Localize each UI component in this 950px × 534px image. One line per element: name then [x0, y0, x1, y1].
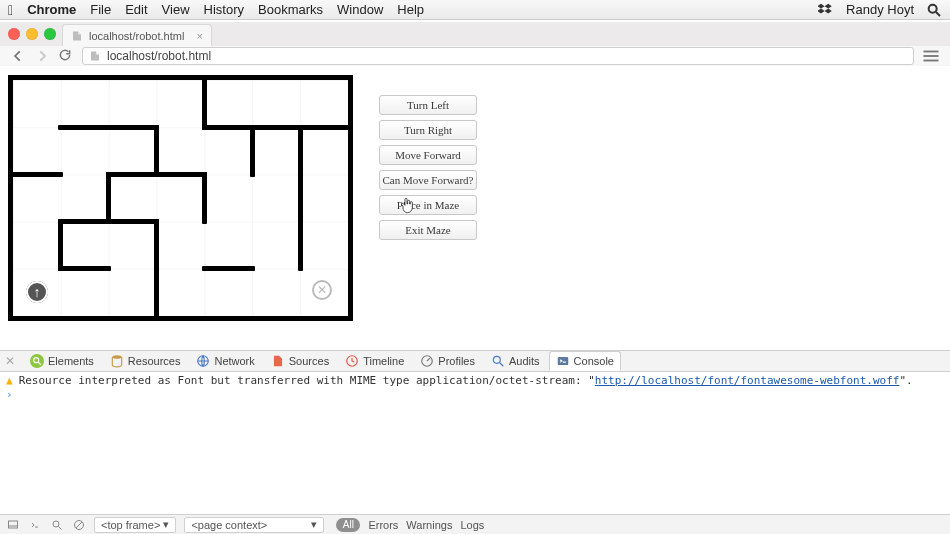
svg-line-17 [59, 526, 62, 529]
frame-selector[interactable]: <top frame> ▾ [94, 517, 176, 533]
svg-point-0 [929, 4, 937, 12]
svg-point-16 [53, 521, 59, 527]
console-toggle-icon[interactable] [28, 518, 42, 532]
filter-warnings-button[interactable]: Warnings [406, 519, 452, 531]
forward-button[interactable] [34, 48, 50, 64]
maze-wall [250, 125, 255, 177]
tabstrip: localhost/robot.html × [62, 24, 212, 46]
devtools-panel: ✕ Elements Resources Network Sources [0, 350, 950, 534]
dock-icon[interactable] [6, 518, 20, 532]
filter-all-button[interactable]: All [336, 518, 360, 532]
back-button[interactable] [10, 48, 26, 64]
maze-wall [298, 125, 303, 224]
page-content: ↑ ✕ Turn Left Turn Right Move Forward Ca… [0, 66, 950, 350]
maze-wall [11, 172, 64, 177]
page-icon [89, 50, 101, 62]
browser-toolbar: localhost/robot.html [0, 46, 950, 66]
window-close-button[interactable] [8, 28, 20, 40]
audits-icon [491, 354, 505, 368]
tab-title: localhost/robot.html [89, 30, 184, 42]
move-forward-button[interactable]: Move Forward [379, 145, 477, 165]
spotlight-icon[interactable] [926, 2, 942, 18]
svg-rect-13 [557, 357, 568, 365]
menu-edit[interactable]: Edit [125, 2, 147, 17]
gauge-icon [420, 354, 434, 368]
svg-line-19 [76, 522, 82, 528]
search-icon [30, 354, 44, 368]
maze-wall [298, 219, 303, 271]
devtools-tab-network[interactable]: Network [189, 351, 261, 371]
app-name[interactable]: Chrome [27, 2, 76, 17]
context-selector[interactable]: <page context> ▾ [184, 517, 324, 533]
database-icon [110, 354, 124, 368]
controls-panel: Turn Left Turn Right Move Forward Can Mo… [379, 75, 477, 240]
can-move-forward-button[interactable]: Can Move Forward? [379, 170, 477, 190]
window-zoom-button[interactable] [44, 28, 56, 40]
warning-icon: ▲ [6, 374, 13, 388]
console-warning-line: ▲ Resource interpreted as Font but trans… [6, 374, 944, 388]
menu-file[interactable]: File [90, 2, 111, 17]
chrome-menu-icon[interactable] [922, 49, 940, 63]
apple-icon[interactable]:  [8, 2, 13, 18]
svg-point-11 [493, 356, 500, 363]
svg-line-12 [500, 363, 504, 367]
devtools-tab-audits[interactable]: Audits [484, 351, 547, 371]
chrome-window: localhost/robot.html × localhost/robot.h… [0, 22, 950, 66]
maze-wall [58, 125, 159, 130]
reload-button[interactable] [58, 48, 74, 64]
console-output[interactable]: ▲ Resource interpreted as Font but trans… [0, 372, 950, 514]
window-controls [8, 28, 56, 40]
svg-rect-14 [9, 521, 18, 528]
user-name[interactable]: Randy Hoyt [846, 2, 914, 17]
dropbox-icon[interactable] [818, 2, 834, 18]
tab-close-icon[interactable]: × [197, 30, 203, 42]
warning-url-link[interactable]: http://localhost/font/fontawesome-webfon… [595, 374, 900, 387]
clock-icon [345, 354, 359, 368]
maze-wall [202, 78, 207, 130]
devtools-close-icon[interactable]: ✕ [3, 354, 17, 368]
maze-wall [202, 266, 255, 271]
globe-icon [196, 354, 210, 368]
svg-line-1 [936, 12, 940, 16]
console-prompt[interactable]: › [6, 388, 944, 402]
window-minimize-button[interactable] [26, 28, 38, 40]
menu-window[interactable]: Window [337, 2, 383, 17]
maze-wall [154, 219, 159, 318]
inspect-icon[interactable] [50, 518, 64, 532]
devtools-tab-console[interactable]: Console [549, 351, 621, 371]
console-icon [556, 354, 570, 368]
maze-wall [58, 266, 111, 271]
devtools-tab-elements[interactable]: Elements [23, 351, 101, 371]
exit-maze-button[interactable]: Exit Maze [379, 220, 477, 240]
filter-errors-button[interactable]: Errors [368, 519, 398, 531]
prompt-icon: › [6, 388, 13, 402]
maze-wall [202, 125, 255, 130]
menu-bookmarks[interactable]: Bookmarks [258, 2, 323, 17]
warning-text: Resource interpreted as Font but transfe… [19, 374, 595, 387]
menu-view[interactable]: View [162, 2, 190, 17]
address-bar[interactable]: localhost/robot.html [82, 47, 914, 65]
menu-history[interactable]: History [204, 2, 244, 17]
devtools-tab-sources[interactable]: Sources [264, 351, 336, 371]
devtools-tab-timeline[interactable]: Timeline [338, 351, 411, 371]
filter-logs-button[interactable]: Logs [460, 519, 484, 531]
document-icon [271, 354, 285, 368]
menu-help[interactable]: Help [397, 2, 424, 17]
browser-tab[interactable]: localhost/robot.html × [62, 24, 212, 46]
devtools-tab-resources[interactable]: Resources [103, 351, 188, 371]
maze-wall [58, 219, 63, 271]
devtools-statusbar: <top frame> ▾ <page context> ▾ All Error… [0, 514, 950, 534]
place-in-maze-button[interactable]: Place in Maze [379, 195, 477, 215]
maze-wall [202, 172, 207, 224]
svg-point-7 [112, 355, 121, 359]
clear-console-icon[interactable] [72, 518, 86, 532]
maze-canvas: ↑ ✕ [8, 75, 353, 321]
page-icon [71, 30, 83, 42]
url-text: localhost/robot.html [107, 49, 211, 63]
maze-wall [154, 125, 159, 177]
devtools-tabstrip: ✕ Elements Resources Network Sources [0, 350, 950, 372]
turn-left-button[interactable]: Turn Left [379, 95, 477, 115]
mac-menubar:  Chrome File Edit View History Bookmark… [0, 0, 950, 20]
turn-right-button[interactable]: Turn Right [379, 120, 477, 140]
devtools-tab-profiles[interactable]: Profiles [413, 351, 482, 371]
